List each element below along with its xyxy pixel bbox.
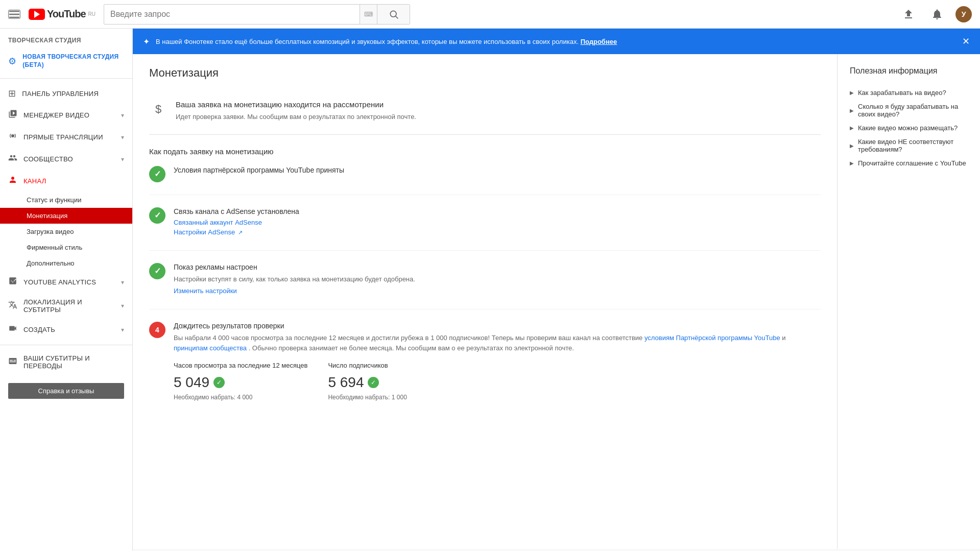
partner-program-link[interactable]: условиям Партнёрской программы YouTube [644,334,780,342]
info-item-3[interactable]: ▶ Какие видео НЕ соответствуют требовани… [850,135,968,156]
external-link-icon: ↗ [238,229,243,235]
header: YouTubeRU ⌨ У [0,0,980,29]
sidebar-item-label: СОЗДАТЬ [23,326,55,333]
community-icon [8,153,17,165]
svg-rect-3 [10,281,11,283]
arrow-icon: ▶ [850,90,854,95]
subscribers-stat: Число подписчиков 5 694 ✓ Необходимо наб… [328,361,407,401]
step-3-desc: Настройки вступят в силу, как только зая… [174,274,821,284]
sidebar-item-channel[interactable]: КАНАЛ [0,170,132,192]
banner-link[interactable]: Подробнее [581,38,617,45]
step-4-desc: Вы набрали 4 000 часов просмотра за посл… [174,333,821,353]
status-title: Ваша заявка на монетизацию находится на … [176,100,416,109]
sub-item-label: Монетизация [27,212,67,220]
adsense-settings-link[interactable]: Настройки AdSense ↗ [174,228,821,236]
arrow-icon: ▶ [850,125,854,131]
step-4-content: Дождитесь результатов проверки Вы набрал… [174,322,821,401]
subscribers-check: ✓ [368,377,379,388]
stats-section: Часов просмотра за последние 12 месяцев … [174,361,821,401]
analytics-icon [8,276,17,288]
change-settings-link[interactable]: Изменить настройки [174,287,821,295]
search-input[interactable] [104,6,360,23]
step-4: 4 Дождитесь результатов проверки Вы набр… [149,322,821,413]
video-manager-icon [8,109,17,121]
notifications-button[interactable] [927,4,947,25]
gear-icon: ⚙ [8,56,16,67]
sidebar-sub-advanced[interactable]: Дополнительно [0,255,132,271]
arrow-icon: ▶ [850,143,854,149]
sidebar-sub-branding[interactable]: Фирменный стиль [0,239,132,255]
sidebar-item-subtitles[interactable]: ВАШИ СУБТИТРЫ И ПЕРЕВОДЫ [0,349,132,375]
step-1-icon: ✓ [149,166,165,182]
info-item-2[interactable]: ▶ Какие видео можно размещать? [850,121,968,135]
info-sidebar: Полезная информация ▶ Как зарабатывать н… [837,54,980,549]
info-item-0[interactable]: ▶ Как зарабатывать на видео? [850,86,968,100]
layout: ТВОРЧЕСКАЯ СТУДИЯ ⚙ НОВАЯ ТВОРЧЕСКАЯ СТУ… [0,29,980,549]
user-avatar[interactable]: У [955,6,972,22]
sidebar-item-localization[interactable]: ЛОКАЛИЗАЦИЯ И СУБТИТРЫ ▾ [0,293,132,319]
step-2: ✓ Связь канала с AdSense установлена Свя… [149,207,821,251]
search-bar: ⌨ [104,4,410,25]
info-item-label: Как зарабатывать на видео? [858,89,946,97]
menu-button[interactable] [8,10,20,19]
info-item-4[interactable]: ▶ Прочитайте соглашение с YouTube [850,156,968,170]
info-item-label: Прочитайте соглашение с YouTube [858,159,966,167]
step-1: ✓ Условия партнёрской программы YouTube … [149,166,821,195]
sub-item-label: Дополнительно [27,259,75,267]
create-icon [8,324,17,336]
sidebar-item-create[interactable]: СОЗДАТЬ ▾ [0,319,132,341]
info-item-label: Какие видео НЕ соответствуют требованиям… [858,138,968,153]
sidebar-item-label: ПРЯМЫЕ ТРАНСЛЯЦИИ [23,133,103,141]
community-guidelines-link[interactable]: принципам сообщества [174,344,247,352]
sidebar-item-community[interactable]: СООБЩЕСТВО ▾ [0,148,132,170]
upload-button[interactable] [898,4,919,25]
sidebar-item-new-studio[interactable]: ⚙ НОВАЯ ТВОРЧЕСКАЯ СТУДИЯ (БЕТА) [0,48,132,74]
chevron-icon: ▾ [121,112,124,119]
chevron-icon: ▾ [121,156,124,163]
chevron-icon: ▾ [121,326,124,333]
header-actions: У [898,4,972,25]
youtube-logo[interactable]: YouTubeRU [29,8,95,20]
subtitles-icon [8,356,17,368]
feedback-button[interactable]: Справка и отзывы [8,383,124,399]
step-4-title: Дождитесь результатов проверки [174,322,821,330]
sidebar-new-studio-label: НОВАЯ ТВОРЧЕСКАЯ СТУДИЯ (БЕТА) [22,53,124,69]
sidebar-sub-monetization[interactable]: Монетизация [0,208,132,224]
info-sidebar-title: Полезная информация [850,66,968,76]
adsense-account-link[interactable]: Связанный аккаунт AdSense [174,219,821,226]
step-3: ✓ Показ рекламы настроен Настройки вступ… [149,263,821,310]
main-area: ✦ В нашей Фонотеке стало ещё больше бесп… [133,29,980,549]
sidebar-item-live[interactable]: ПРЯМЫЕ ТРАНСЛЯЦИИ ▾ [0,126,132,148]
sub-item-label: Загрузка видео [27,228,74,235]
svg-point-0 [390,11,396,17]
sidebar-bottom: Справка и отзывы [0,375,132,407]
sidebar-item-dashboard[interactable]: ⊞ ПАНЕЛЬ УПРАВЛЕНИЯ [0,83,132,104]
info-item-1[interactable]: ▶ Сколько я буду зарабатывать на своих в… [850,100,968,121]
step-1-title: Условия партнёрской программы YouTube пр… [174,166,821,174]
svg-point-2 [11,134,14,137]
watch-hours-stat: Часов просмотра за последние 12 месяцев … [174,361,307,401]
info-banner: ✦ В нашей Фонотеке стало ещё больше бесп… [133,29,980,54]
logo-ru: RU [88,11,95,17]
sidebar-item-label: ВАШИ СУБТИТРЫ И ПЕРЕВОДЫ [23,354,124,370]
banner-close-button[interactable]: ✕ [962,36,970,47]
sub-item-label: Фирменный стиль [27,244,82,251]
watch-hours-check: ✓ [213,377,225,388]
localization-icon [8,300,17,312]
search-icon [389,9,399,19]
yt-logo-icon [29,9,45,20]
sidebar-sub-upload[interactable]: Загрузка видео [0,224,132,239]
subscribers-value: 5 694 ✓ [328,374,407,391]
step-3-icon: ✓ [149,263,165,279]
sidebar-item-video-manager[interactable]: МЕНЕДЖЕР ВИДЕО ▾ [0,104,132,126]
watch-hours-value: 5 049 ✓ [174,374,307,391]
sidebar-item-analytics[interactable]: YOUTUBE ANALYTICS ▾ [0,271,132,293]
search-button[interactable] [377,5,410,24]
sidebar-divider-1 [0,78,132,79]
content-area: Монетизация $ Ваша заявка на монетизацию… [133,54,980,549]
chevron-icon: ▾ [121,302,124,309]
sidebar-sub-status[interactable]: Статус и функции [0,192,132,208]
banner-text: В нашей Фонотеке стало ещё больше беспла… [156,38,956,45]
step-2-icon: ✓ [149,207,165,224]
svg-rect-6 [15,280,16,283]
